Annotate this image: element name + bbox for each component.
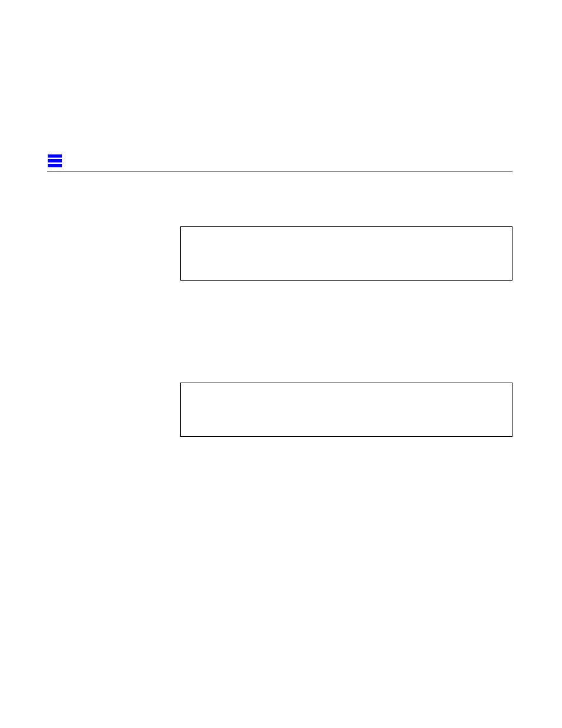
svg-rect-1 bbox=[48, 159, 62, 163]
header-divider bbox=[47, 172, 513, 172]
content-box-1 bbox=[180, 226, 513, 281]
document-page bbox=[0, 0, 562, 728]
menu-icon bbox=[47, 153, 62, 169]
svg-rect-2 bbox=[48, 164, 62, 167]
content-box-2 bbox=[180, 383, 513, 437]
svg-rect-0 bbox=[48, 154, 62, 158]
